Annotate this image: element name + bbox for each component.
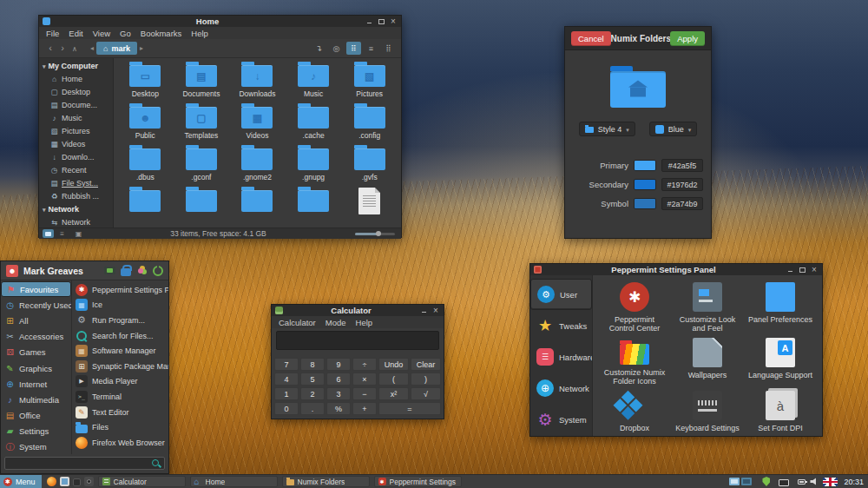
- locate-icon[interactable]: [329, 42, 344, 55]
- menu-category-accessories[interactable]: ✂Accessories: [1, 329, 71, 345]
- keyboard-layout-flag-icon[interactable]: [823, 478, 838, 486]
- file-item-templates[interactable]: Templates: [174, 102, 230, 143]
- file-item-config[interactable]: .config: [341, 102, 398, 143]
- close-icon[interactable]: [389, 17, 398, 26]
- goto-path-icon[interactable]: [312, 42, 326, 55]
- breadcrumb-right-icon[interactable]: [137, 44, 146, 52]
- file-item-music[interactable]: Music: [286, 60, 342, 102]
- symbol-color-swatch[interactable]: [634, 198, 656, 209]
- minimize-icon[interactable]: [786, 266, 794, 274]
- file-item-gvfs[interactable]: .gvfs: [341, 143, 398, 185]
- settings-tile-language-support[interactable]: Language Support: [747, 336, 813, 387]
- sidebar-item-file-syst[interactable]: File Syst...: [39, 176, 113, 189]
- symbol-hex-field[interactable]: #2a74b9: [661, 197, 703, 210]
- calc-key-multiply[interactable]: ×: [352, 373, 377, 386]
- taskbar-task-peppermint-settings-p[interactable]: Peppermint Settings P...: [374, 476, 462, 487]
- sidebar-item-downlo[interactable]: Downlo...: [39, 150, 113, 163]
- menu-app-ice[interactable]: Ice: [72, 298, 168, 313]
- logout-icon[interactable]: [153, 266, 163, 276]
- menu-search-input[interactable]: [5, 459, 152, 468]
- calc-key-0[interactable]: 0: [274, 402, 299, 415]
- file-item[interactable]: [286, 185, 342, 227]
- sidebar-item-recent[interactable]: Recent: [39, 163, 113, 176]
- volume-icon[interactable]: [810, 478, 819, 485]
- file-manager-icon[interactable]: [60, 477, 69, 486]
- settings-tile-customize-look-and-feel[interactable]: Customize Look and Feel: [674, 280, 740, 334]
- file-item[interactable]: [117, 185, 174, 227]
- fm-menu-file[interactable]: File: [46, 29, 59, 38]
- fm-menu-bookmarks[interactable]: Bookmarks: [141, 29, 182, 38]
- settings-tile-peppermint-control-center[interactable]: Peppermint Control Center: [602, 280, 667, 334]
- style-select[interactable]: Style 4: [579, 122, 635, 136]
- sidebar-section-network[interactable]: Network: [39, 202, 113, 215]
- breadcrumb-left-icon[interactable]: [88, 44, 96, 52]
- calc-key-3[interactable]: 3: [326, 387, 351, 400]
- calc-key-divide[interactable]: ÷: [352, 358, 377, 371]
- settings-tile-keyboard-settings[interactable]: Keyboard Settings: [674, 389, 740, 434]
- update-shield-icon[interactable]: [762, 477, 770, 486]
- menu-category-games[interactable]: ⚄Games: [1, 345, 71, 360]
- calc-key-plus[interactable]: +: [352, 402, 377, 415]
- icon-view-button[interactable]: [346, 42, 361, 55]
- settings-tile-wallpapers[interactable]: Wallpapers: [674, 336, 740, 387]
- fm-titlebar[interactable]: Home: [39, 16, 401, 27]
- calc-titlebar[interactable]: Calculator: [272, 305, 444, 316]
- file-item-dbus[interactable]: .dbus: [117, 143, 174, 185]
- apply-button[interactable]: Apply: [670, 31, 705, 46]
- calc-key-equals[interactable]: =: [378, 402, 441, 415]
- sidebar-item-videos[interactable]: Videos: [39, 137, 113, 150]
- menu-category-multimedia[interactable]: ♪Multimedia: [1, 392, 71, 407]
- zoom-slider[interactable]: [355, 233, 395, 235]
- menu-app-run-program[interactable]: Run Program...: [72, 313, 168, 328]
- calc-key-clear[interactable]: Clear: [411, 358, 441, 371]
- compact-view-button[interactable]: [381, 42, 396, 55]
- sidebar-item-music[interactable]: Music: [39, 111, 113, 124]
- menu-app-media-player[interactable]: Media Player: [72, 374, 168, 390]
- cancel-button[interactable]: Cancel: [571, 31, 611, 46]
- settings-tile-set-font-dpi[interactable]: Set Font DPI: [747, 389, 813, 434]
- sidebar-item-network[interactable]: Network: [39, 215, 113, 228]
- minimize-icon[interactable]: [365, 17, 373, 26]
- side-pane-history-button[interactable]: [70, 229, 82, 238]
- calc-key-close-paren[interactable]: ): [411, 373, 441, 386]
- calc-key-square[interactable]: x²: [378, 387, 409, 400]
- list-view-button[interactable]: [364, 42, 378, 55]
- display-icon[interactable]: [779, 479, 789, 486]
- settings-sidebar-tweaks[interactable]: Tweaks: [530, 310, 592, 341]
- menu-category-recently-used[interactable]: ◷Recently Used: [1, 297, 71, 313]
- menu-app-synaptic-package-manager[interactable]: Synaptic Package Manager: [72, 359, 168, 374]
- file-item-downloads[interactable]: Downloads: [229, 60, 286, 102]
- color-select[interactable]: Blue: [649, 122, 698, 136]
- file-item[interactable]: [174, 185, 230, 227]
- calc-menu-help[interactable]: Help: [356, 318, 373, 327]
- menu-app-firefox-web-browser[interactable]: Firefox Web Browser: [72, 435, 168, 451]
- notifications-icon[interactable]: [136, 265, 148, 276]
- secondary-hex-field[interactable]: #1976d2: [661, 178, 703, 191]
- calc-key-5[interactable]: 5: [300, 373, 325, 386]
- calc-key-percent[interactable]: %: [326, 402, 351, 415]
- menu-app-peppermint-settings-panel[interactable]: Peppermint Settings Panel: [72, 282, 168, 298]
- lock-screen-icon[interactable]: [121, 268, 131, 276]
- avatar[interactable]: [6, 265, 18, 277]
- calc-menu-calculator[interactable]: Calculator: [279, 318, 316, 327]
- fm-menu-view[interactable]: View: [93, 29, 110, 38]
- fm-menu-help[interactable]: Help: [191, 29, 208, 38]
- settings-titlebar[interactable]: Peppermint Settings Panel: [530, 264, 822, 275]
- side-pane-tree-button[interactable]: [56, 229, 68, 238]
- calc-key-6[interactable]: 6: [326, 373, 351, 386]
- menu-category-office[interactable]: ▤Office: [1, 408, 71, 424]
- calc-key-2[interactable]: 2: [300, 387, 325, 400]
- calc-key-minus[interactable]: −: [352, 387, 377, 400]
- numix-headerbar[interactable]: Cancel Numix Folders Apply: [565, 27, 711, 50]
- menu-category-system[interactable]: ⓘSystem: [1, 439, 71, 454]
- settings-sidebar-network[interactable]: Network: [530, 373, 592, 404]
- workspace-switcher[interactable]: [729, 478, 752, 485]
- sidebar-item-pictures[interactable]: Pictures: [39, 124, 113, 137]
- taskbar-task-calculator[interactable]: Calculator: [98, 476, 186, 487]
- calc-key-undo[interactable]: Undo: [378, 358, 409, 371]
- menu-button[interactable]: Menu: [0, 475, 42, 488]
- calc-key-7[interactable]: 7: [274, 358, 299, 371]
- file-item-gconf[interactable]: .gconf: [174, 143, 230, 185]
- file-item-desktop[interactable]: Desktop: [117, 60, 174, 102]
- settings-tile-customize-numix-folder-icons[interactable]: Customize Numix Folder Icons: [602, 336, 667, 387]
